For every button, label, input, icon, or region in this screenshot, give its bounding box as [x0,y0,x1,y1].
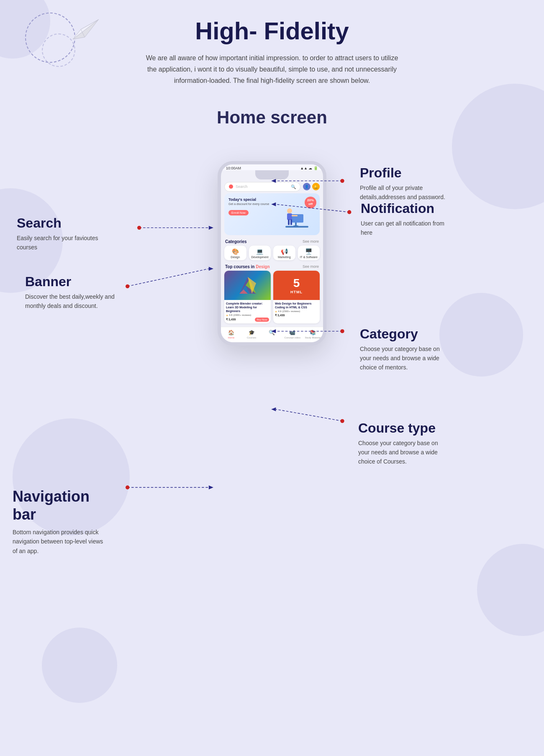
categories-title: Categories [225,239,247,244]
course-html5-title: Web Design for Beginners Coding in HTML … [275,302,318,309]
nav-courses-label: Courses [247,336,256,339]
course-blender-rating: ★ 4.8 (2000+ reviews) [226,314,269,317]
buy-blender-button[interactable]: Buy Now [255,318,269,322]
notification-title: Notification [361,201,453,216]
dev-label: Development [251,256,268,259]
nav-video-label: Concept video [285,336,300,339]
nav-bar-title: Navigationbar [13,487,105,523]
svg-rect-31 [288,219,290,225]
main-content: 10:00AM ▲▲ ☁ 🔋 Search 🔍 👤 🔔 20% off Toda… [0,136,544,722]
svg-rect-30 [287,213,292,220]
svg-marker-11 [209,226,213,229]
svg-line-13 [128,269,209,286]
course-blender-info: Complete Blender creator: Learn 3D Model… [224,300,271,323]
phone-search-bar[interactable]: Search 🔍 [224,182,300,192]
nav-study[interactable]: 📚 Study Material [303,330,323,339]
search-icon: 🔍 [291,185,296,189]
it-label: IT & Software [300,256,318,259]
dev-icon: 💻 [256,248,263,255]
phone-time: 10:00AM [226,166,241,170]
nav-home-label: Home [228,336,234,339]
svg-rect-28 [293,226,298,226]
phone-signal: ▲▲ ☁ 🔋 [300,166,318,170]
video-nav-icon: 📹 [289,330,295,336]
nav-courses[interactable]: 🎓 Courses [241,330,262,339]
course-html5-rating: ★ 4.9 (2500+ reviews) [275,310,318,313]
course-html5[interactable]: 5 HTML Web Design for Beginners Coding i… [273,271,320,323]
header-description: We are all aware of how important initia… [142,52,402,87]
categories-row: 🎨 Design 💻 Development 📢 Marketing 🖥️ IT… [221,246,323,264]
phone-banner: 20% off Today's special Get a discount f… [224,193,320,235]
phone-mockup: 10:00AM ▲▲ ☁ 🔋 Search 🔍 👤 🔔 20% off Toda… [218,161,326,346]
annotation-course-type: Course type Choose your category base on… [358,420,450,466]
profile-icons: 👤 🔔 [303,183,320,190]
phone-notch [255,170,289,179]
nav-video[interactable]: 📹 Concept video [282,330,303,339]
svg-point-18 [340,329,344,333]
notification-icon[interactable]: 🔔 [312,183,320,190]
course-blender-title: Complete Blender creator: Learn 3D Model… [226,302,269,313]
search-dot [229,185,233,189]
course-blender-price-row: ₹ 3,499 Buy Now [226,318,269,322]
course-html5-price-row: ₹ 3,499 [275,314,318,317]
profile-icon[interactable]: 👤 [303,183,310,190]
categories-header: Categories See more [221,238,323,246]
annotation-banner: Banner Discover the best daily,weekly an… [25,274,117,311]
category-it-software[interactable]: 🖥️ IT & Software [298,246,320,260]
profile-desc: Profile all of your private details,addr… [360,183,452,202]
top-courses-see-more[interactable]: See more [303,264,319,269]
course-html5-thumb: 5 HTML [273,271,320,300]
category-title: Category [360,326,452,342]
courses-row: Complete Blender creator: Learn 3D Model… [221,271,323,327]
search-text: Search [236,185,248,189]
nav-study-label: Study Material [305,336,321,339]
home-screen-title: Home screen [0,108,544,128]
annotation-nav-bar: Navigationbar Bottom navigation provides… [13,487,105,556]
home-nav-icon: 🏠 [228,330,234,336]
nav-home[interactable]: 🏠 Home [221,330,241,339]
svg-point-15 [126,284,129,288]
html5-label: HTML [290,290,303,294]
categories-see-more[interactable]: See more [303,239,319,243]
nav-search[interactable]: 🔍 [262,330,282,339]
svg-point-6 [340,179,344,182]
svg-point-21 [340,419,344,423]
annotation-profile: Profile Profile all of your private deta… [360,165,452,202]
design-icon: 🎨 [232,248,239,255]
top-courses-header: Top courses in Design See more [221,264,323,271]
annotation-category: Category Choose your category base on yo… [360,326,452,372]
svg-marker-14 [209,267,213,270]
search-desc: Easily search for your favioutes courses [17,233,109,252]
svg-point-29 [287,208,292,213]
top-courses-label: Top courses in Design [225,264,270,269]
course-html5-info: Web Design for Beginners Coding in HTML … [273,300,320,319]
course-blender[interactable]: Complete Blender creator: Learn 3D Model… [224,271,271,323]
svg-marker-20 [271,407,276,411]
category-design[interactable]: 🎨 Design [224,246,246,260]
svg-point-24 [126,485,129,489]
course-type-title: Course type [358,420,450,436]
banner-enroll-button[interactable]: Enroll Now [228,210,249,215]
svg-line-19 [276,409,342,421]
svg-point-12 [137,226,141,229]
phone-status-bar: 10:00AM ▲▲ ☁ 🔋 [221,164,323,170]
svg-rect-33 [292,215,298,216]
category-desc: Choose your category base on your needs … [360,344,452,372]
course-blender-thumb [224,271,271,300]
banner-title: Banner [25,274,117,290]
svg-point-9 [347,210,351,214]
design-label: Design [231,256,240,259]
category-development[interactable]: 💻 Development [249,246,271,260]
search-nav-icon: 🔍 [269,330,275,336]
svg-rect-27 [295,223,297,226]
profile-title: Profile [360,165,452,181]
category-marketing[interactable]: 📢 Marketing [273,246,295,260]
annotation-notification: Notification User can get all notificati… [361,201,453,238]
phone-header-row: Search 🔍 👤 🔔 [221,179,323,193]
banner-title: Today's special [228,197,316,202]
svg-rect-32 [290,219,292,225]
notification-desc: User can get all notification from here [361,219,453,238]
it-icon: 🖥️ [305,248,312,255]
courses-nav-icon: 🎓 [249,330,255,336]
mkt-label: Marketing [278,256,291,259]
